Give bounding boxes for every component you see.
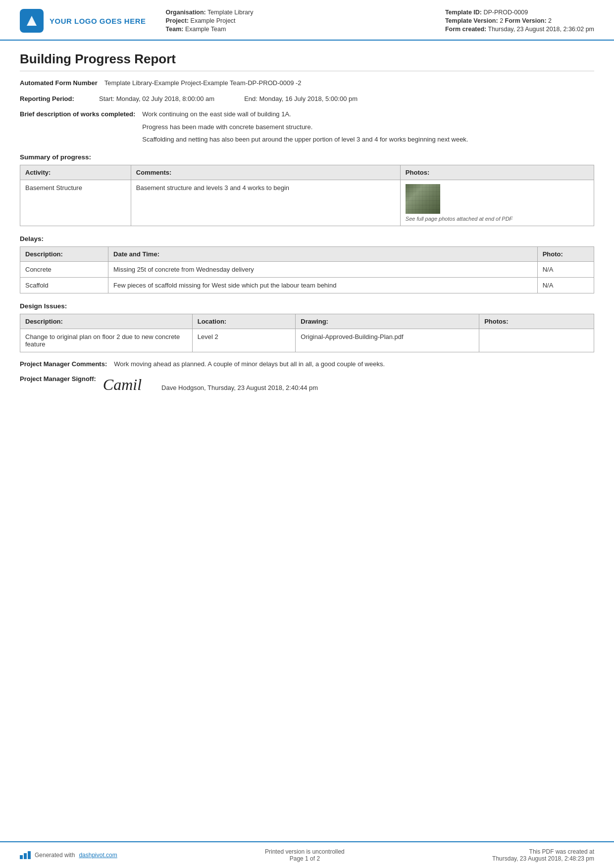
delays-row-1: Concrete Missing 25t of concrete from We…: [20, 261, 594, 277]
design-photos-1: [479, 329, 594, 352]
design-drawing-1: Original-Approved-Building-Plan.pdf: [296, 329, 479, 352]
summary-photos-1: See full page photos attached at end of …: [400, 180, 594, 226]
org-label: Organisation:: [166, 9, 206, 16]
desc-line-3: Scaffolding and netting has also been pu…: [142, 135, 594, 145]
template-id-label: Template ID:: [445, 9, 482, 16]
header-right: Template ID: DP-PROD-0009 Template Versi…: [445, 9, 594, 33]
footer: Generated with dashpivot.com Printed ver…: [0, 841, 614, 868]
delays-header-row: Description: Date and Time: Photo:: [20, 246, 594, 261]
template-id-row: Template ID: DP-PROD-0009: [445, 9, 594, 16]
report-title: Building Progress Report: [20, 51, 594, 71]
summary-section-header: Summary of progress:: [20, 153, 594, 161]
reporting-period-value: Start: Monday, 02 July 2018, 8:00:00 am …: [99, 94, 594, 104]
manager-signoff-section: Project Manager Signoff: Camil Dave Hodg…: [20, 375, 594, 394]
header-org-row: Organisation: Template Library: [166, 9, 445, 16]
design-col-drawing: Drawing:: [296, 314, 479, 329]
form-field-reporting-period: Reporting Period: Start: Monday, 02 July…: [20, 94, 594, 104]
form-created-row: Form created: Thursday, 23 August 2018, …: [445, 26, 594, 33]
delays-photo-1: N/A: [537, 261, 594, 277]
manager-comments-label: Project Manager Comments:: [20, 359, 114, 369]
project-value: Example Project: [191, 17, 236, 24]
logo-text: YOUR LOGO GOES HERE: [50, 17, 146, 25]
template-id-value: DP-PROD-0009: [483, 9, 528, 16]
period-end: End: Monday, 16 July 2018, 5:00:00 pm: [244, 94, 358, 104]
signoff-content: Camil Dave Hodgson, Thursday, 23 August …: [103, 375, 318, 394]
form-version-label: Form Version:: [505, 17, 547, 24]
form-field-automated-number: Automated Form Number Template Library-E…: [20, 78, 594, 88]
header-team-row: Team: Example Team: [166, 26, 445, 33]
summary-table-header-row: Activity: Comments: Photos:: [20, 165, 594, 180]
photo-cell: See full page photos attached at end of …: [406, 184, 589, 222]
footer-pdf-created-label: This PDF was created at: [492, 848, 594, 855]
design-issues-section-header: Design Issues:: [20, 302, 594, 310]
signature: Camil: [103, 375, 142, 394]
page-wrapper: YOUR LOGO GOES HERE Organisation: Templa…: [0, 0, 614, 868]
description-label: Brief description of works completed:: [20, 109, 142, 119]
manager-comments-section: Project Manager Comments: Work moving ah…: [20, 359, 594, 369]
summary-activity-1: Basement Structure: [20, 180, 131, 226]
template-version-value: 2: [500, 17, 503, 24]
automated-number-label: Automated Form Number: [20, 78, 104, 88]
photo-thumb-inner: [406, 184, 440, 214]
manager-comments-value: Work moving ahead as planned. A couple o…: [114, 359, 594, 369]
footer-right: This PDF was created at Thursday, 23 Aug…: [492, 848, 594, 862]
design-location-1: Level 2: [192, 329, 296, 352]
delays-desc-2: Scaffold: [20, 277, 108, 293]
generated-text: Generated with: [35, 852, 75, 859]
form-created-label: Form created:: [445, 26, 486, 33]
reporting-period-label: Reporting Period:: [20, 94, 99, 103]
description-value: Work continuing on the east side wall of…: [142, 109, 594, 145]
delays-section-header: Delays:: [20, 235, 594, 242]
desc-line-2: Progress has been made with concrete bas…: [142, 122, 594, 132]
delays-col-description: Description:: [20, 246, 108, 261]
header-project-row: Project: Example Project: [166, 17, 445, 24]
header: YOUR LOGO GOES HERE Organisation: Templa…: [0, 0, 614, 41]
period-start: Start: Monday, 02 July 2018, 8:00:00 am: [99, 94, 214, 104]
design-issues-row-1: Change to original plan on floor 2 due t…: [20, 329, 594, 352]
project-label: Project:: [166, 17, 189, 24]
template-version-row: Template Version: 2 Form Version: 2: [445, 17, 594, 24]
team-value: Example Team: [185, 26, 226, 33]
form-created-value: Thursday, 23 August 2018, 2:36:02 pm: [488, 26, 595, 33]
logo-icon: [20, 9, 44, 33]
delays-datetime-2: Few pieces of scaffold missing for West …: [108, 277, 538, 293]
photo-thumbnail: [406, 184, 440, 214]
design-desc-1: Change to original plan on floor 2 due t…: [20, 329, 193, 352]
team-label: Team:: [166, 26, 184, 33]
design-col-description: Description:: [20, 314, 193, 329]
automated-number-value: Template Library-Example Project-Example…: [104, 78, 594, 88]
summary-row-1: Basement Structure Basement structure an…: [20, 180, 594, 226]
summary-col-comments: Comments:: [131, 165, 400, 180]
delays-col-datetime: Date and Time:: [108, 246, 538, 261]
header-logo: YOUR LOGO GOES HERE: [20, 9, 146, 33]
bar-2: [24, 853, 27, 859]
form-version-value: 2: [548, 17, 552, 24]
bar-1: [20, 855, 23, 859]
template-version-label: Template Version:: [445, 17, 498, 24]
footer-pdf-created-value: Thursday, 23 August 2018, 2:48:23 pm: [492, 855, 594, 862]
footer-left: Generated with dashpivot.com: [20, 851, 117, 859]
design-issues-header-row: Description: Location: Drawing: Photos:: [20, 314, 594, 329]
footer-page-info: Page 1 of 2: [265, 855, 345, 862]
desc-line-1: Work continuing on the east side wall of…: [142, 109, 594, 119]
photo-caption: See full page photos attached at end of …: [406, 216, 512, 222]
signoff-label: Project Manager Signoff:: [20, 375, 103, 384]
delays-col-photo: Photo:: [537, 246, 594, 261]
header-meta: Organisation: Template Library Project: …: [146, 9, 445, 33]
footer-logo-bars: [20, 851, 31, 859]
summary-table: Activity: Comments: Photos: Basement Str…: [20, 165, 594, 226]
delays-datetime-1: Missing 25t of concrete from Wednesday d…: [108, 261, 538, 277]
bar-3: [28, 851, 31, 859]
signoff-name: Dave Hodgson, Thursday, 23 August 2018, …: [161, 384, 318, 394]
delays-photo-2: N/A: [537, 277, 594, 293]
dashpivot-link[interactable]: dashpivot.com: [79, 852, 117, 859]
design-col-location: Location:: [192, 314, 296, 329]
summary-comments-1: Basement structure and levels 3 and 4 wo…: [131, 180, 400, 226]
footer-uncontrolled: Printed version is uncontrolled: [265, 848, 345, 855]
org-value: Template Library: [207, 9, 253, 16]
summary-col-photos: Photos:: [400, 165, 594, 180]
summary-col-activity: Activity:: [20, 165, 131, 180]
form-field-description: Brief description of works completed: Wo…: [20, 109, 594, 145]
footer-center: Printed version is uncontrolled Page 1 o…: [265, 848, 345, 862]
delays-table: Description: Date and Time: Photo: Concr…: [20, 246, 594, 293]
